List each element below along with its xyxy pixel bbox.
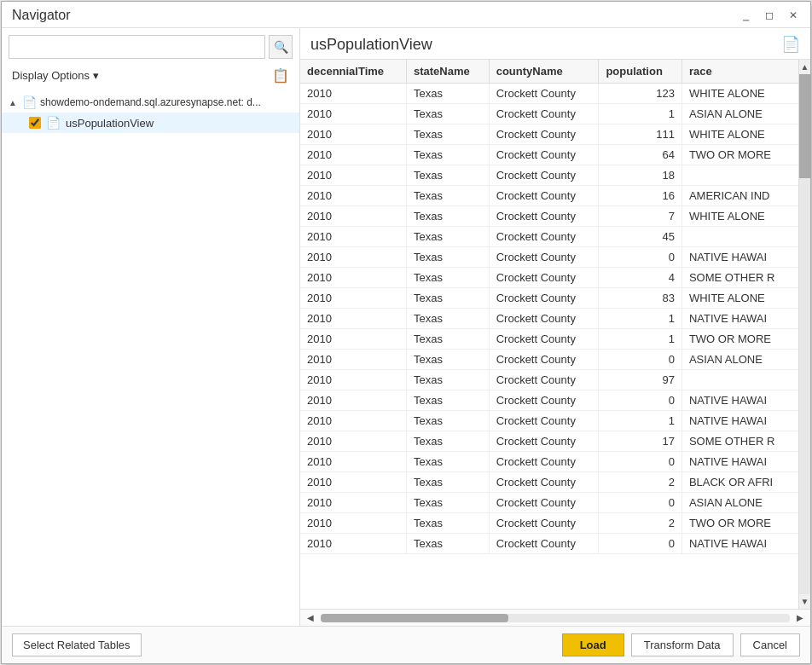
action-buttons: Load Transform Data Cancel (562, 633, 800, 656)
table-row: 2010TexasCrockett County0NATIVE HAWAI (300, 452, 798, 472)
cell-decennialTime: 2010 (300, 165, 407, 186)
col-header-decennialTime: decennialTime (300, 60, 407, 84)
transform-button[interactable]: Transform Data (631, 633, 734, 656)
navigator-window: Navigator ⎯ ◻ ✕ 🔍 Display Options ▾ (1, 1, 811, 664)
cell-population: 123 (599, 84, 682, 104)
cell-stateName: Texas (407, 329, 490, 350)
cell-race: NATIVE HAWAI (682, 452, 798, 472)
search-icon: 🔍 (274, 40, 288, 54)
cell-stateName: Texas (407, 309, 490, 329)
scroll-thumb[interactable] (799, 74, 810, 178)
restore-button[interactable]: ◻ (759, 7, 780, 24)
table-row: 2010TexasCrockett County0NATIVE HAWAI (300, 390, 798, 411)
cell-stateName: Texas (407, 186, 490, 206)
cell-stateName: Texas (407, 247, 490, 268)
cell-race: BLACK OR AFRI (682, 472, 798, 493)
cell-race: NATIVE HAWAI (682, 309, 798, 329)
cell-decennialTime: 2010 (300, 411, 407, 431)
scroll-right-arrow[interactable]: ▶ (793, 611, 807, 624)
cell-countyName: Crockett County (489, 534, 599, 554)
cell-population: 111 (599, 124, 682, 145)
cell-decennialTime: 2010 (300, 493, 407, 513)
cell-race (682, 227, 798, 247)
window-controls: ⎯ ◻ ✕ (735, 7, 803, 24)
search-input[interactable] (9, 35, 265, 59)
data-table-container[interactable]: decennialTimestateNamecountyNamepopulati… (300, 60, 798, 609)
cell-population: 16 (599, 186, 682, 206)
tree-server-node[interactable]: ▲ 📄 showdemo-ondemand.sql.azuresynapse.n… (2, 92, 299, 113)
cell-decennialTime: 2010 (300, 288, 407, 309)
chevron-down-icon: ▾ (93, 69, 99, 82)
cell-population: 7 (599, 206, 682, 227)
preview-action-button[interactable]: 📄 (781, 35, 800, 54)
cell-decennialTime: 2010 (300, 513, 407, 534)
cell-population: 0 (599, 493, 682, 513)
table-checkbox[interactable] (29, 117, 41, 129)
horizontal-scrollbar[interactable]: ◀ ▶ (300, 609, 810, 626)
table-row: 2010TexasCrockett County1TWO OR MORE (300, 329, 798, 350)
cell-population: 0 (599, 350, 682, 370)
cell-race: WHITE ALONE (682, 206, 798, 227)
cell-stateName: Texas (407, 370, 490, 390)
cell-decennialTime: 2010 (300, 124, 407, 145)
cell-countyName: Crockett County (489, 104, 599, 124)
cell-race: WHITE ALONE (682, 124, 798, 145)
cell-population: 17 (599, 431, 682, 452)
cell-decennialTime: 2010 (300, 145, 407, 165)
cell-population: 1 (599, 329, 682, 350)
minimize-button[interactable]: ⎯ (735, 7, 756, 24)
h-scroll-track[interactable] (321, 614, 790, 622)
cell-population: 1 (599, 104, 682, 124)
table-row: 2010TexasCrockett County0ASIAN ALONE (300, 493, 798, 513)
right-panel: usPopulationView 📄 decennialTimestateNam… (300, 28, 810, 626)
cell-decennialTime: 2010 (300, 534, 407, 554)
scroll-down-arrow[interactable]: ▼ (801, 594, 809, 609)
load-button[interactable]: Load (562, 633, 624, 656)
cancel-button[interactable]: Cancel (740, 633, 800, 656)
cell-decennialTime: 2010 (300, 472, 407, 493)
cell-stateName: Texas (407, 84, 490, 104)
col-header-population: population (599, 60, 682, 84)
table-row: 2010TexasCrockett County1NATIVE HAWAI (300, 411, 798, 431)
table-row: 2010TexasCrockett County7WHITE ALONE (300, 206, 798, 227)
table-row: 2010TexasCrockett County123WHITE ALONE (300, 84, 798, 104)
cell-stateName: Texas (407, 493, 490, 513)
cell-decennialTime: 2010 (300, 329, 407, 350)
cell-population: 2 (599, 472, 682, 493)
cell-decennialTime: 2010 (300, 227, 407, 247)
cell-countyName: Crockett County (489, 452, 599, 472)
import-icon-button[interactable]: 📋 (269, 66, 293, 85)
col-header-countyName: countyName (489, 60, 599, 84)
cell-stateName: Texas (407, 513, 490, 534)
cell-race: NATIVE HAWAI (682, 390, 798, 411)
cell-race: TWO OR MORE (682, 513, 798, 534)
tree-table-node[interactable]: 📄 usPopulationView (2, 113, 299, 133)
main-content: 🔍 Display Options ▾ 📋 ▲ 📄 showde (2, 28, 810, 626)
table-row: 2010TexasCrockett County111WHITE ALONE (300, 124, 798, 145)
cell-population: 4 (599, 268, 682, 288)
scroll-track[interactable] (799, 74, 810, 594)
cell-decennialTime: 2010 (300, 350, 407, 370)
table-icon: 📄 (46, 116, 61, 130)
cell-race: ASIAN ALONE (682, 350, 798, 370)
cell-decennialTime: 2010 (300, 431, 407, 452)
cell-countyName: Crockett County (489, 411, 599, 431)
display-options-button[interactable]: Display Options ▾ (9, 67, 102, 84)
cell-population: 0 (599, 452, 682, 472)
cell-countyName: Crockett County (489, 431, 599, 452)
title-bar: Navigator ⎯ ◻ ✕ (2, 2, 810, 28)
cell-stateName: Texas (407, 390, 490, 411)
cell-stateName: Texas (407, 104, 490, 124)
vertical-scrollbar[interactable]: ▲ ▼ (798, 60, 810, 609)
cell-race: ASIAN ALONE (682, 104, 798, 124)
data-table: decennialTimestateNamecountyNamepopulati… (300, 60, 798, 554)
cell-countyName: Crockett County (489, 165, 599, 186)
close-button[interactable]: ✕ (783, 7, 803, 24)
cell-countyName: Crockett County (489, 186, 599, 206)
scroll-up-arrow[interactable]: ▲ (801, 60, 809, 74)
cell-decennialTime: 2010 (300, 206, 407, 227)
scroll-left-arrow[interactable]: ◀ (304, 611, 317, 624)
search-button[interactable]: 🔍 (269, 35, 293, 59)
h-scroll-thumb[interactable] (321, 614, 508, 622)
select-related-button[interactable]: Select Related Tables (12, 633, 142, 656)
